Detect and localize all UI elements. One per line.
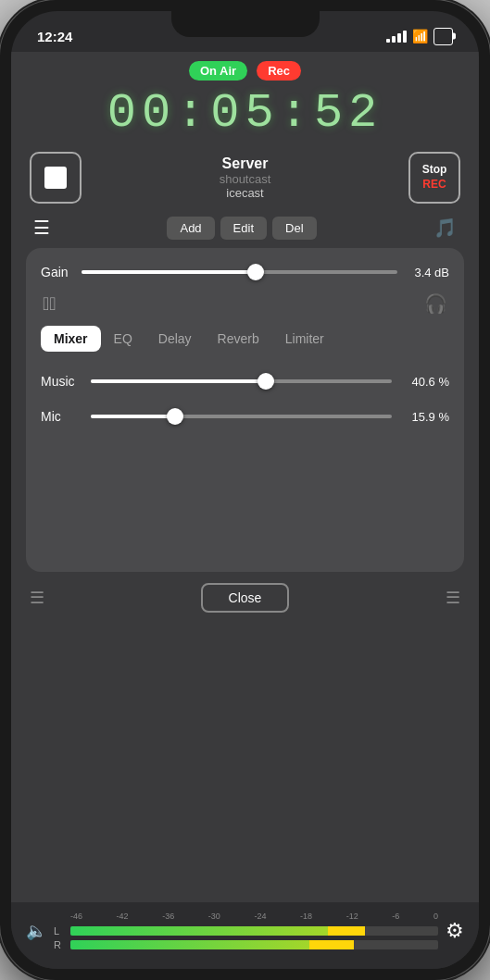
mic-value: 15.9 % <box>401 410 449 424</box>
toolbar-buttons: Add Edit Del <box>61 217 422 240</box>
mic-row: Mic 15.9 % <box>41 407 449 426</box>
stop-button[interactable] <box>30 152 82 204</box>
speaker-icon[interactable]: 🔈 <box>26 921 46 941</box>
stop-rec-button[interactable]: Stop REC <box>408 152 460 204</box>
vu-r-yellow <box>309 940 354 949</box>
vu-scale: -46 -42 -36 -30 -24 -18 -12 -6 0 <box>54 912 438 921</box>
vu-label-n12: -12 <box>346 912 358 921</box>
vu-section: 🔈 -46 -42 -36 -30 -24 -18 -12 -6 0 <box>26 912 464 950</box>
tab-eq[interactable]: EQ <box>101 326 145 352</box>
badges-row: On Air Rec <box>189 61 301 81</box>
server-section: Server shoutcast icecast Stop REC <box>11 148 479 207</box>
panel-spacer <box>41 446 449 557</box>
close-row: ☰ Close ☰ <box>11 572 479 618</box>
vu-r-bar <box>70 940 438 949</box>
music-slider[interactable] <box>91 372 392 391</box>
timer-display: 00:05:52 <box>107 86 383 141</box>
tabs-row: Mixer EQ Delay Reverb Limiter <box>41 326 449 352</box>
vu-r-label: R <box>54 939 65 950</box>
server-info: Server shoutcast icecast <box>91 155 399 200</box>
hamburger-left-icon: ☰ <box>30 588 44 608</box>
tab-reverb[interactable]: Reverb <box>205 326 272 352</box>
gain-slider[interactable] <box>82 263 397 281</box>
gain-row: Gain 3.4 dB <box>41 263 449 281</box>
status-icons: 📶 <box>386 28 453 45</box>
notch <box>171 11 320 37</box>
music-note-button[interactable]: 🎵 <box>430 213 460 242</box>
vu-label-n46: -46 <box>70 912 82 921</box>
mute-icon[interactable]: 🔈⃠ <box>43 293 57 315</box>
mixer-sliders: Music 40.6 % Mic <box>41 363 449 435</box>
vu-label-n6: -6 <box>392 912 399 921</box>
del-button[interactable]: Del <box>272 217 317 240</box>
vu-label-n24: -24 <box>254 912 266 921</box>
phone-frame: 12:24 📶 On Air Rec <box>0 0 490 980</box>
vu-r-green <box>70 940 309 949</box>
close-button[interactable]: Close <box>201 583 290 613</box>
playlist-button[interactable]: ☰ <box>30 213 54 242</box>
gain-label: Gain <box>41 265 72 279</box>
signal-icon <box>386 31 407 43</box>
vu-l-label: L <box>54 925 65 937</box>
vu-label-n18: -18 <box>300 912 312 921</box>
audio-controls-row: 🔈⃠ 🎧 <box>41 292 449 315</box>
vu-label-n36: -36 <box>162 912 174 921</box>
server-inactive: shoutcast <box>91 172 399 186</box>
wifi-icon: 📶 <box>412 29 428 43</box>
mic-slider[interactable] <box>91 407 392 426</box>
gear-icon[interactable]: ⚙ <box>446 919 464 943</box>
vu-channel-r: R <box>54 939 438 950</box>
server-active: icecast <box>91 186 399 200</box>
add-button[interactable]: Add <box>167 217 214 240</box>
music-row: Music 40.6 % <box>41 372 449 391</box>
headphone-icon[interactable]: 🎧 <box>424 292 447 315</box>
on-air-badge: On Air <box>189 61 247 81</box>
mic-label: Mic <box>41 409 82 424</box>
vu-l-bar <box>70 926 438 936</box>
vu-channel-l: L <box>54 925 438 937</box>
vu-l-green <box>70 926 328 936</box>
tab-delay[interactable]: Delay <box>145 326 205 352</box>
phone-screen: 12:24 📶 On Air Rec <box>11 11 479 969</box>
bottom-bar: 🔈 -46 -42 -36 -30 -24 -18 -12 -6 0 <box>11 902 479 969</box>
status-time: 12:24 <box>37 29 72 44</box>
vu-meters: -46 -42 -36 -30 -24 -18 -12 -6 0 L <box>54 912 438 950</box>
battery-icon <box>433 28 453 45</box>
toolbar-row: ☰ Add Edit Del 🎵 <box>11 207 479 248</box>
vu-l-yellow <box>328 926 365 936</box>
tab-mixer[interactable]: Mixer <box>41 326 101 352</box>
gain-value: 3.4 dB <box>407 266 449 279</box>
music-label: Music <box>41 374 82 389</box>
edit-button[interactable]: Edit <box>220 217 267 240</box>
stop-label: Stop <box>422 163 447 178</box>
main-content: On Air Rec 00:05:52 Server shoutcast ice… <box>11 52 479 902</box>
server-title: Server <box>91 155 399 172</box>
hamburger-right-icon: ☰ <box>446 588 460 608</box>
tab-limiter[interactable]: Limiter <box>272 326 337 352</box>
vu-label-n42: -42 <box>117 912 129 921</box>
mixer-panel: Gain 3.4 dB 🔈⃠ 🎧 Mixer <box>26 248 464 572</box>
music-value: 40.6 % <box>401 375 449 389</box>
rec-label: REC <box>422 178 446 192</box>
stop-icon <box>44 167 67 189</box>
vu-label-n30: -30 <box>208 912 220 921</box>
vu-label-0: 0 <box>433 912 438 921</box>
rec-badge: Rec <box>257 61 301 81</box>
